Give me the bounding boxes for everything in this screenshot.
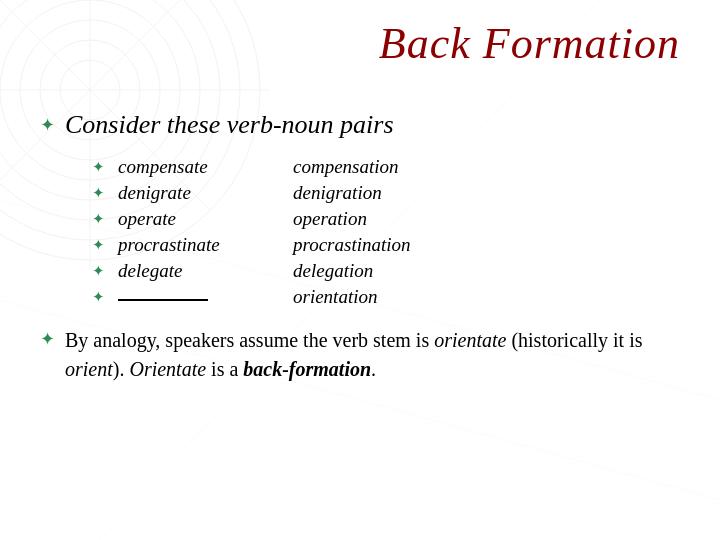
bottom-text-part1: By analogy, speakers assume the verb ste… <box>65 329 434 351</box>
bottom-section: ✦ By analogy, speakers assume the verb s… <box>40 326 690 384</box>
pair-verb-2: denigrate <box>118 182 293 204</box>
blank-underline <box>118 299 208 301</box>
pair-row: ✦ operate operation <box>92 208 690 230</box>
pair-noun-3: operation <box>293 208 367 230</box>
bottom-text-part2: (historically it is <box>506 329 642 351</box>
bottom-bullet-icon: ✦ <box>40 328 55 350</box>
pair-noun-5: delegation <box>293 260 373 282</box>
pair-row: ✦ orientation <box>92 286 690 308</box>
pair-row: ✦ delegate delegation <box>92 260 690 282</box>
bottom-text-part3: ). <box>113 358 130 380</box>
header-bullet-icon: ✦ <box>40 114 55 136</box>
pair-bullet-3: ✦ <box>92 210 108 228</box>
slide: Back Formation ✦ Consider these verb-nou… <box>0 0 720 540</box>
pair-noun-2: denigration <box>293 182 382 204</box>
pairs-table: ✦ compensate compensation ✦ denigrate de… <box>92 156 690 308</box>
pair-noun-4: procrastination <box>293 234 411 256</box>
bottom-italic-word2: orient <box>65 358 113 380</box>
pair-bullet-1: ✦ <box>92 158 108 176</box>
pair-verb-5: delegate <box>118 260 293 282</box>
pair-row: ✦ compensate compensation <box>92 156 690 178</box>
bottom-italic-word1: orientate <box>434 329 506 351</box>
bottom-paragraph: By analogy, speakers assume the verb ste… <box>65 326 690 384</box>
pair-verb-blank <box>118 286 293 308</box>
pair-bullet-2: ✦ <box>92 184 108 202</box>
pair-row: ✦ denigrate denigration <box>92 182 690 204</box>
main-content: ✦ Consider these verb-noun pairs ✦ compe… <box>40 110 690 384</box>
pair-verb-3: operate <box>118 208 293 230</box>
section-header: ✦ Consider these verb-noun pairs <box>40 110 690 140</box>
pair-verb-4: procrastinate <box>118 234 293 256</box>
pair-bullet-5: ✦ <box>92 262 108 280</box>
slide-title: Back Formation <box>379 18 680 69</box>
pair-bullet-6: ✦ <box>92 288 108 306</box>
pair-bullet-4: ✦ <box>92 236 108 254</box>
pair-noun-6: orientation <box>293 286 377 308</box>
bottom-bold-italic: back-formation <box>243 358 371 380</box>
bottom-text-part4: is a <box>206 358 243 380</box>
section-title: Consider these verb-noun pairs <box>65 110 394 140</box>
pair-verb-1: compensate <box>118 156 293 178</box>
title-area: Back Formation <box>379 18 680 69</box>
bottom-text-end: . <box>371 358 376 380</box>
bottom-italic-word3: Orientate <box>129 358 206 380</box>
pair-row: ✦ procrastinate procrastination <box>92 234 690 256</box>
pair-noun-1: compensation <box>293 156 399 178</box>
